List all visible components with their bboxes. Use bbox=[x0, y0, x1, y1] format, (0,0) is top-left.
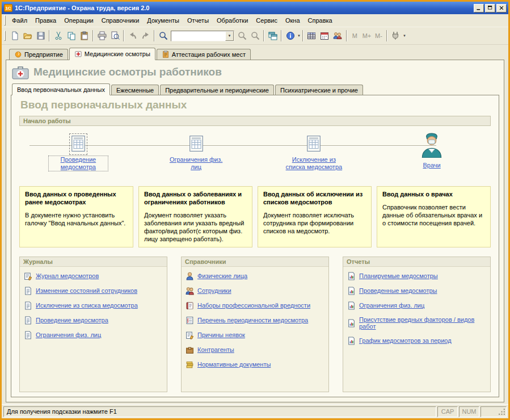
flow-link-exam[interactable]: Проведение медосмотра bbox=[49, 156, 108, 171]
cut-button[interactable] bbox=[52, 30, 65, 42]
report-link[interactable]: Присутствие вредных факторов / видов раб… bbox=[359, 316, 486, 330]
tab-medical-exams[interactable]: Медицинские осмотры bbox=[69, 48, 155, 60]
search-dropdown-button[interactable]: ▼ bbox=[225, 31, 234, 41]
journal-link[interactable]: Журнал медосмотров bbox=[36, 272, 99, 280]
open-button[interactable] bbox=[21, 30, 34, 42]
undo-button[interactable] bbox=[126, 30, 139, 42]
first-aid-kit-icon bbox=[12, 64, 29, 80]
reference-link[interactable]: Физические лица bbox=[197, 272, 247, 280]
search-combobox: ▼ bbox=[171, 31, 234, 41]
box-icon bbox=[186, 346, 194, 354]
flow-link-doctors[interactable]: Врачи bbox=[423, 162, 441, 169]
redo-button[interactable] bbox=[139, 30, 152, 42]
new-document-button[interactable] bbox=[8, 30, 21, 42]
menu-service[interactable]: Сервис bbox=[252, 15, 281, 26]
menu-file[interactable]: Файл bbox=[8, 15, 31, 26]
search-icon bbox=[159, 31, 168, 40]
report-link[interactable]: Планируемые медосмотры bbox=[359, 272, 438, 280]
journal-link[interactable]: Проведение медосмотра bbox=[36, 317, 108, 324]
find-previous-button[interactable] bbox=[248, 30, 262, 42]
print-preview-button[interactable] bbox=[108, 30, 121, 42]
copy-window-button[interactable] bbox=[266, 30, 279, 42]
enterprise-icon bbox=[14, 51, 22, 58]
reference-link[interactable]: Нормативные документы bbox=[197, 361, 271, 368]
stack-icon bbox=[186, 360, 194, 369]
info-button[interactable] bbox=[284, 30, 297, 42]
flow-item-doctors: Врачи bbox=[373, 131, 491, 171]
memory-recall-button[interactable]: M bbox=[349, 30, 361, 41]
document-icon[interactable] bbox=[189, 135, 204, 153]
reference-link[interactable]: Причины неявок bbox=[197, 331, 245, 339]
users-button[interactable] bbox=[331, 30, 344, 42]
print-button[interactable] bbox=[95, 30, 108, 42]
menu-windows[interactable]: Окна bbox=[281, 15, 304, 26]
menu-references[interactable]: Справочники bbox=[98, 15, 144, 26]
report-link[interactable]: Ограничения физ. лиц bbox=[359, 302, 424, 309]
subtab-preliminary-periodic[interactable]: Предварительные и периодические bbox=[160, 85, 274, 95]
search-input[interactable] bbox=[171, 31, 225, 41]
menu-documents[interactable]: Документы bbox=[143, 15, 183, 26]
card-text: Документ позволяет исключать сотрудника … bbox=[263, 211, 366, 235]
find-button[interactable] bbox=[157, 30, 170, 42]
menubar-grip[interactable] bbox=[4, 15, 6, 26]
subtab-initial-data[interactable]: Ввод первоначальных данных bbox=[12, 83, 110, 95]
close-button[interactable] bbox=[496, 4, 507, 12]
menu-processing[interactable]: Обработки bbox=[213, 15, 252, 26]
resize-grip[interactable] bbox=[481, 406, 507, 417]
maximize-button[interactable] bbox=[485, 4, 495, 12]
flow-link-exclusion[interactable]: Исключение из списка медосмотра bbox=[284, 156, 343, 171]
references-header: Справочники bbox=[182, 257, 328, 267]
find-next-button[interactable] bbox=[235, 30, 248, 42]
medical-exams-panel: Медицинские осмотры работников Ввод перв… bbox=[6, 60, 504, 402]
window-title: 1С:Предприятие - Охрана труда, версия 2.… bbox=[15, 5, 471, 11]
info-dropdown-arrow[interactable]: ▼ bbox=[297, 34, 301, 37]
document-icon[interactable] bbox=[71, 135, 86, 153]
tab-enterprise[interactable]: Предприятие bbox=[9, 49, 68, 60]
menu-reports[interactable]: Отчеты bbox=[183, 15, 213, 26]
paste-button[interactable] bbox=[78, 30, 91, 42]
titlebar: 1С 1С:Предприятие - Охрана труда, версия… bbox=[2, 2, 508, 14]
flow-link-restrictions[interactable]: Ограничения физ. лиц bbox=[167, 156, 226, 171]
minimize-button[interactable] bbox=[474, 4, 484, 12]
sub-tabs: Ввод первоначальных данных Ежесменные Пр… bbox=[11, 83, 499, 95]
memory-minus-button[interactable]: M- bbox=[373, 30, 385, 41]
reference-link[interactable]: Наборы профессиональной вредности bbox=[197, 302, 310, 309]
report-icon bbox=[347, 287, 356, 295]
document-icon bbox=[24, 316, 32, 325]
menubar: Файл Правка Операции Справочники Докумен… bbox=[2, 14, 508, 27]
tab-workplace-attestation[interactable]: Аттестация рабочих мест bbox=[157, 49, 251, 60]
tip-dropdown-arrow[interactable]: ▼ bbox=[403, 34, 406, 37]
report-link[interactable]: Проведенные медосмотры bbox=[359, 287, 437, 295]
table-button[interactable] bbox=[305, 30, 318, 42]
list-item: Изменение состояний сотрудников bbox=[24, 287, 163, 295]
reference-link[interactable]: Перечень периодичности медосмотра bbox=[197, 317, 308, 324]
calendar-button[interactable] bbox=[318, 30, 331, 42]
journal-link[interactable]: Ограничения физ. лиц bbox=[36, 331, 101, 339]
subtab-per-shift[interactable]: Ежесменные bbox=[111, 85, 159, 95]
subtab-psychiatric-other[interactable]: Психиатрические и прочие bbox=[275, 85, 363, 95]
memory-plus-button[interactable]: M+ bbox=[361, 30, 373, 41]
journal-link[interactable]: Изменение состояний сотрудников bbox=[36, 287, 137, 295]
menu-edit[interactable]: Правка bbox=[31, 15, 60, 26]
toolbar-grip[interactable] bbox=[4, 31, 6, 41]
menu-operations[interactable]: Операции bbox=[60, 15, 97, 26]
doctor-icon[interactable] bbox=[420, 131, 444, 159]
document-icon[interactable] bbox=[306, 135, 321, 153]
book-icon bbox=[186, 301, 194, 310]
document-icon bbox=[24, 287, 32, 295]
copy-button[interactable] bbox=[65, 30, 78, 42]
reference-link[interactable]: Сотрудники bbox=[197, 287, 231, 295]
journal-link[interactable]: Исключение из списка медосмотра bbox=[36, 302, 138, 309]
toolbar-separator bbox=[92, 30, 94, 41]
medical-cross-icon bbox=[74, 50, 82, 58]
card-doctors: Ввод данных о врачах Справочник позволяе… bbox=[377, 186, 491, 247]
tip-of-day-button[interactable] bbox=[389, 30, 402, 42]
menu-help[interactable]: Справка bbox=[304, 15, 336, 26]
report-icon bbox=[347, 272, 356, 280]
card-title: Ввод данных о врачах bbox=[382, 191, 485, 199]
reference-link[interactable]: Контрагенты bbox=[197, 346, 234, 354]
toolbar-separator bbox=[49, 30, 50, 41]
save-button[interactable] bbox=[34, 30, 47, 42]
caps-lock-indicator: CAP bbox=[437, 406, 458, 417]
report-link[interactable]: График медосмотров за период bbox=[359, 337, 452, 345]
